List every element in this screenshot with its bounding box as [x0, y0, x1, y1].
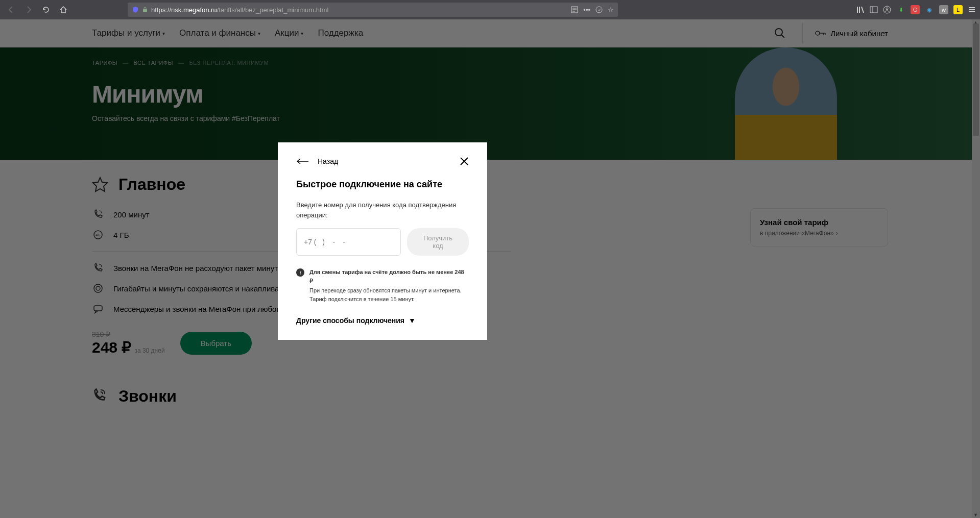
- close-icon: [460, 157, 469, 166]
- modal-instruction: Введите номер для получения кода подтвер…: [296, 200, 469, 220]
- library-icon[interactable]: [856, 6, 865, 14]
- other-methods-toggle[interactable]: Другие способы подключения ▼: [296, 316, 469, 325]
- modal-info-text: Для смены тарифа на счёте должно быть не…: [309, 268, 469, 303]
- url-text: https://nsk.megafon.ru/tariffs/all/bez_p…: [151, 6, 568, 14]
- menu-icon[interactable]: [968, 6, 976, 14]
- modal-overlay[interactable]: [0, 19, 980, 518]
- get-code-button[interactable]: Получить код: [407, 228, 469, 256]
- modal-back-button[interactable]: Назад: [296, 157, 338, 165]
- back-button[interactable]: [4, 3, 18, 17]
- shield-icon: [132, 6, 139, 13]
- extension-icon[interactable]: L: [953, 5, 963, 14]
- reload-button[interactable]: [39, 3, 53, 17]
- close-button[interactable]: [460, 157, 469, 166]
- extension-icon[interactable]: ◉: [925, 5, 934, 14]
- bookmark-icon[interactable]: ☆: [608, 6, 614, 14]
- reader-icon[interactable]: [571, 6, 578, 14]
- extension-icon[interactable]: G: [911, 5, 920, 14]
- quick-connect-modal: Назад Быстрое подключение на сайте Введи…: [278, 142, 487, 340]
- svg-line-8: [862, 7, 864, 13]
- account-icon[interactable]: [883, 6, 891, 14]
- svg-rect-0: [143, 9, 147, 12]
- browser-toolbar: https://nsk.megafon.ru/tariffs/all/bez_p…: [0, 0, 980, 19]
- address-bar[interactable]: https://nsk.megafon.ru/tariffs/all/bez_p…: [128, 3, 618, 17]
- download-icon[interactable]: ⬇: [896, 5, 905, 14]
- svg-point-12: [886, 8, 888, 10]
- phone-input[interactable]: [296, 228, 401, 256]
- lock-icon: [142, 7, 148, 13]
- more-icon[interactable]: •••: [583, 6, 590, 14]
- arrow-left-icon: [296, 158, 308, 164]
- protection-icon[interactable]: [595, 6, 603, 14]
- extension-icon[interactable]: w: [939, 5, 948, 14]
- chevron-down-icon: ▼: [409, 316, 416, 325]
- sidebar-icon[interactable]: [870, 6, 878, 14]
- info-icon: i: [296, 268, 304, 277]
- svg-rect-9: [870, 7, 877, 13]
- svg-point-5: [596, 7, 602, 13]
- forward-button[interactable]: [21, 3, 36, 17]
- home-button[interactable]: [56, 3, 70, 17]
- modal-title: Быстрое подключение на сайте: [296, 179, 469, 190]
